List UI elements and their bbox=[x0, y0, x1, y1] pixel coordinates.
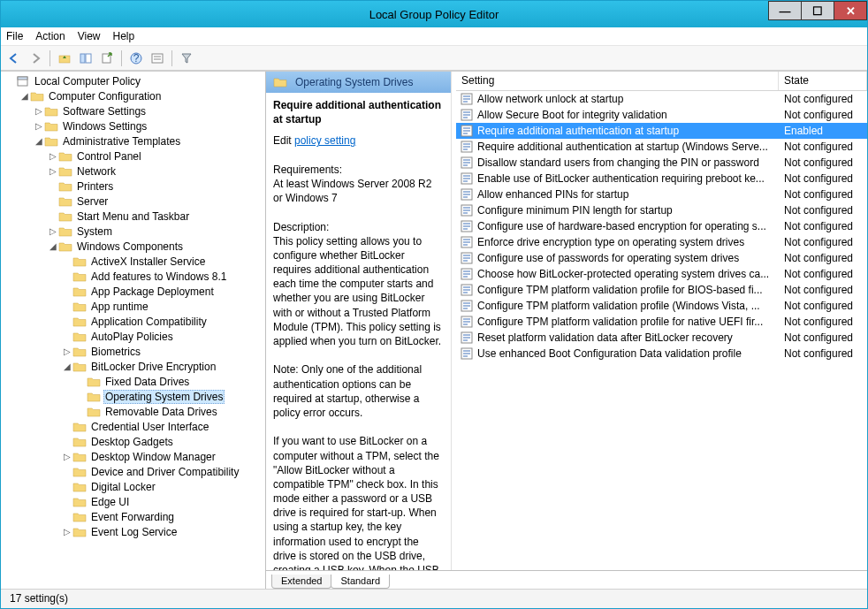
expand-icon[interactable]: ▷ bbox=[47, 151, 58, 161]
policy-name: Allow enhanced PINs for startup bbox=[477, 188, 779, 201]
maximize-button[interactable]: ☐ bbox=[801, 1, 834, 20]
close-button[interactable]: ✕ bbox=[834, 1, 867, 20]
tree-item-bm[interactable]: ▷Biometrics bbox=[3, 344, 265, 359]
minimize-button[interactable]: — bbox=[768, 1, 802, 20]
tree-item-dg[interactable]: Desktop Gadgets bbox=[3, 434, 265, 449]
tree-item-ax[interactable]: ActiveX Installer Service bbox=[3, 254, 265, 269]
tree-item-ef[interactable]: Event Forwarding bbox=[3, 509, 265, 524]
expand-icon[interactable]: ◢ bbox=[61, 362, 72, 371]
tree-item-label: Fixed Data Drives bbox=[103, 376, 191, 388]
tree-item-sy[interactable]: ▷System bbox=[3, 224, 265, 239]
expand-icon[interactable]: ▷ bbox=[47, 166, 58, 176]
tree-item-ddc[interactable]: Device and Driver Compatibility bbox=[3, 464, 265, 479]
tree-item-ws[interactable]: ▷Windows Settings bbox=[3, 118, 265, 133]
tree-item-eu[interactable]: Edge UI bbox=[3, 494, 265, 509]
detail-body[interactable]: Require additional authentication at sta… bbox=[266, 93, 451, 570]
tree-item-rdd[interactable]: Removable Data Drives bbox=[3, 404, 265, 419]
folder-icon bbox=[72, 316, 87, 328]
tree-item-bl[interactable]: ◢BitLocker Drive Encryption bbox=[3, 359, 265, 374]
expand-icon[interactable]: ◢ bbox=[19, 91, 30, 101]
expand-icon[interactable]: ▷ bbox=[61, 452, 72, 461]
column-state[interactable]: State bbox=[779, 72, 867, 90]
folder-icon bbox=[58, 240, 72, 253]
policy-row[interactable]: Choose how BitLocker-protected operating… bbox=[456, 266, 867, 282]
back-button[interactable] bbox=[4, 49, 24, 68]
tree-item-pr[interactable]: Printers bbox=[3, 179, 265, 194]
policy-state: Not configured bbox=[779, 188, 867, 201]
policy-icon bbox=[460, 187, 474, 202]
tree-item-dl[interactable]: Digital Locker bbox=[3, 479, 265, 494]
tree-item-nw[interactable]: ▷Network bbox=[3, 164, 265, 179]
tree-item-ss[interactable]: ▷Software Settings bbox=[3, 103, 265, 118]
expand-icon[interactable]: ▷ bbox=[47, 226, 58, 236]
policy-row[interactable]: Disallow standard users from changing th… bbox=[456, 155, 867, 171]
export-list-button[interactable] bbox=[97, 49, 117, 68]
folder-icon bbox=[72, 466, 87, 478]
up-folder-button[interactable] bbox=[55, 49, 74, 68]
show-hide-tree-button[interactable] bbox=[76, 49, 95, 68]
policy-row[interactable]: Enforce drive encryption type on operati… bbox=[456, 234, 867, 250]
tree-view[interactable]: Local Computer Policy◢Computer Configura… bbox=[1, 72, 265, 589]
policy-name: Enable use of BitLocker authentication r… bbox=[477, 172, 779, 185]
tree-item-els[interactable]: ▷Event Log Service bbox=[3, 524, 265, 539]
policy-row[interactable]: Configure TPM platform validation profil… bbox=[456, 298, 867, 314]
tree-item-ac[interactable]: Application Compatibility bbox=[3, 314, 265, 329]
policy-row[interactable]: Configure minimum PIN length for startup… bbox=[456, 202, 867, 218]
folder-icon bbox=[44, 120, 58, 133]
menu-file[interactable]: File bbox=[6, 30, 23, 42]
tree-item-art[interactable]: App runtime bbox=[3, 299, 265, 314]
tree-item-cc[interactable]: ◢Computer Configuration bbox=[3, 88, 265, 103]
policy-row[interactable]: Configure use of passwords for operating… bbox=[456, 250, 867, 266]
menu-view[interactable]: View bbox=[78, 30, 101, 42]
expand-icon[interactable]: ▷ bbox=[33, 106, 44, 116]
properties-button[interactable] bbox=[148, 49, 167, 68]
menu-help[interactable]: Help bbox=[113, 30, 135, 42]
tree-item-af[interactable]: Add features to Windows 8.1 bbox=[3, 269, 265, 284]
policy-row[interactable]: Enable use of BitLocker authentication r… bbox=[456, 171, 867, 187]
settings-list-column: Setting State Allow network unlock at st… bbox=[456, 72, 867, 570]
expand-icon[interactable]: ◢ bbox=[33, 136, 44, 146]
policy-row[interactable]: Require additional authentication at sta… bbox=[456, 123, 867, 139]
tree-item-ap[interactable]: AutoPlay Policies bbox=[3, 329, 265, 344]
tree-item-root[interactable]: Local Computer Policy bbox=[3, 73, 265, 88]
policy-state: Not configured bbox=[779, 220, 867, 232]
tab-extended[interactable]: Extended bbox=[271, 575, 331, 589]
tree-item-label: Printers bbox=[75, 180, 115, 193]
policy-row[interactable]: Configure use of hardware-based encrypti… bbox=[456, 218, 867, 234]
folder-icon bbox=[72, 451, 87, 463]
tree-item-cui[interactable]: Credential User Interface bbox=[3, 419, 265, 434]
tree-item-at[interactable]: ◢Administrative Templates bbox=[3, 133, 265, 148]
policy-row[interactable]: Configure TPM platform validation profil… bbox=[456, 314, 867, 330]
tree-item-apd[interactable]: App Package Deployment bbox=[3, 284, 265, 299]
tree-item-sv[interactable]: Server bbox=[3, 194, 265, 209]
policy-row[interactable]: Use enhanced Boot Configuration Data val… bbox=[456, 346, 867, 362]
help-button[interactable]: ? bbox=[126, 49, 146, 68]
tab-standard[interactable]: Standard bbox=[331, 575, 390, 589]
window-controls: — ☐ ✕ bbox=[769, 1, 867, 20]
column-setting[interactable]: Setting bbox=[456, 72, 779, 90]
edit-policy-link[interactable]: policy setting bbox=[294, 134, 355, 147]
expand-icon[interactable]: ▷ bbox=[61, 527, 72, 537]
expand-icon[interactable]: ▷ bbox=[61, 346, 72, 356]
policy-row[interactable]: Require additional authentication at sta… bbox=[456, 139, 867, 155]
settings-list[interactable]: Allow network unlock at startupNot confi… bbox=[456, 91, 867, 570]
description-p1: This policy setting allows you to config… bbox=[273, 234, 444, 349]
policy-row[interactable]: Allow Secure Boot for integrity validati… bbox=[456, 107, 867, 123]
forward-button[interactable] bbox=[26, 49, 45, 68]
expand-icon[interactable]: ▷ bbox=[33, 121, 44, 131]
policy-row[interactable]: Allow enhanced PINs for startupNot confi… bbox=[456, 187, 867, 202]
tree-item-dwm[interactable]: ▷Desktop Window Manager bbox=[3, 449, 265, 464]
policy-row[interactable]: Reset platform validation data after Bit… bbox=[456, 330, 867, 346]
menu-action[interactable]: Action bbox=[35, 30, 65, 42]
policy-row[interactable]: Configure TPM platform validation profil… bbox=[456, 282, 867, 298]
titlebar[interactable]: Local Group Policy Editor — ☐ ✕ bbox=[1, 1, 867, 27]
policy-row[interactable]: Allow network unlock at startupNot confi… bbox=[456, 91, 867, 107]
tree-item-wc[interactable]: ◢Windows Components bbox=[3, 239, 265, 254]
tree-item-sm[interactable]: Start Menu and Taskbar bbox=[3, 209, 265, 224]
tree-item-osd[interactable]: Operating System Drives bbox=[3, 389, 265, 404]
filter-button[interactable] bbox=[177, 49, 196, 68]
tree-item-cp[interactable]: ▷Control Panel bbox=[3, 148, 265, 164]
expand-icon[interactable]: ◢ bbox=[47, 241, 58, 251]
tree-item-fdd[interactable]: Fixed Data Drives bbox=[3, 374, 265, 389]
tree-item-label: Administrative Templates bbox=[61, 135, 182, 148]
